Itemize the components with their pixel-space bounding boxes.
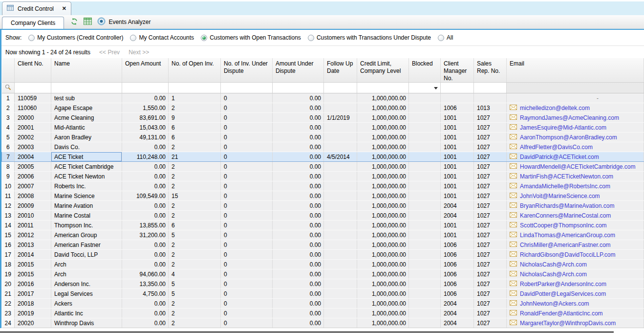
cell-follow-up[interactable]	[324, 103, 357, 113]
cell-client-no[interactable]: 20020	[15, 318, 51, 328]
email-link[interactable]: RaymondJames@AcmeCleaning.com	[510, 114, 619, 121]
table-row[interactable]: 720004ACE Ticket110,248.002100.004/5/201…	[2, 152, 644, 162]
cell-client-mgr[interactable]: 2004	[441, 318, 474, 328]
cell-credit-limit[interactable]: 1,000,000.00	[357, 142, 409, 152]
cell-amt-dispute[interactable]: 0.00	[273, 133, 324, 142]
cell-name[interactable]: Agape Escape	[51, 103, 122, 113]
email-address[interactable]: KarenConners@MarineCostal.com	[520, 212, 611, 219]
cell-open-inv[interactable]: 6	[169, 123, 221, 133]
table-row[interactable]: 2110060Agape Escape1,550.00200.001,000,0…	[2, 103, 644, 113]
cell-inv-dispute[interactable]: 0	[221, 221, 273, 230]
row-number[interactable]: 22	[2, 299, 15, 309]
email-link[interactable]: ChrisMiller@AmericanFastner.com	[510, 242, 611, 248]
column-header[interactable]: No. of Inv. Under Dispute	[221, 58, 273, 83]
column-header[interactable]: Follow Up Date	[324, 58, 357, 83]
row-number[interactable]: 12	[2, 201, 15, 211]
cell-client-no[interactable]: 20001	[15, 123, 51, 133]
cell-client-no[interactable]: 20000	[15, 113, 51, 123]
cell-sales-rep[interactable]: 1027	[474, 221, 507, 230]
column-header[interactable]: Name	[51, 58, 122, 83]
column-header[interactable]: Credit Limit, Company Level	[357, 58, 409, 83]
refresh-button[interactable]	[70, 18, 78, 27]
cell-client-no[interactable]: 20011	[15, 221, 51, 230]
cell-blocked[interactable]	[409, 162, 441, 172]
cell-open-inv[interactable]: 2	[169, 299, 221, 309]
cell-name[interactable]: Mid-Atlantic	[51, 123, 122, 133]
cell-follow-up[interactable]	[324, 260, 357, 269]
email-address[interactable]: RobertParker@AndersonInc.com	[520, 281, 606, 288]
cell-amt-dispute[interactable]: 0.00	[273, 123, 324, 133]
cell-sales-rep[interactable]: 1027	[474, 260, 507, 269]
cell-client-mgr[interactable]: 1001	[441, 221, 474, 230]
filter-inv-under-dispute[interactable]	[221, 83, 273, 93]
cell-amt-dispute[interactable]: 0.00	[273, 260, 324, 269]
cell-inv-dispute[interactable]: 0	[221, 181, 273, 191]
cell-email[interactable]: ScottCooper@ThompsonInc.com	[507, 221, 644, 230]
cell-follow-up[interactable]	[324, 133, 357, 142]
cell-sales-rep[interactable]: 1027	[474, 318, 507, 328]
table-row[interactable]: 1320010Marine Costal0.00200.001,000,000.…	[2, 211, 644, 221]
cell-blocked[interactable]	[409, 133, 441, 142]
cell-client-no[interactable]: 20008	[15, 191, 51, 201]
cell-amt-dispute[interactable]: 0.00	[273, 191, 324, 201]
email-link[interactable]: BryanRichards@MarineAvation.com	[510, 202, 614, 209]
cell-amt-dispute[interactable]: 0.00	[273, 279, 324, 289]
table-row[interactable]: 1720014David Tocci, LLP0.00200.001,000,0…	[2, 250, 644, 260]
cell-sales-rep[interactable]: 1027	[474, 162, 507, 172]
cell-name[interactable]: test sub	[51, 93, 122, 103]
email-link[interactable]: MargaretTaylor@WinthropDavis.com	[510, 320, 616, 327]
cell-inv-dispute[interactable]: 0	[221, 123, 273, 133]
email-link[interactable]: AlfredFletter@DavisCo.com	[510, 144, 593, 151]
email-address[interactable]: DavidPotter@LegalServices.com	[520, 290, 606, 297]
email-address[interactable]: MartinFish@ACETicketNewton.com	[520, 173, 613, 180]
cell-blocked[interactable]	[409, 142, 441, 152]
cell-open-inv[interactable]: 2	[169, 103, 221, 113]
cell-client-no[interactable]: 110060	[15, 103, 51, 113]
email-address[interactable]: LindaThomas@AmericanGroup.com	[520, 232, 615, 239]
cell-client-mgr[interactable]: 1001	[441, 162, 474, 172]
email-link[interactable]: LindaThomas@AmericanGroup.com	[510, 232, 615, 239]
next-button[interactable]: Next >>	[129, 49, 149, 56]
cell-follow-up[interactable]	[324, 93, 357, 103]
row-number[interactable]: 10	[2, 181, 15, 191]
column-header[interactable]: Blocked	[409, 58, 441, 83]
cell-client-mgr[interactable]: 1006	[441, 279, 474, 289]
cell-name[interactable]: Roberts Inc.	[51, 181, 122, 191]
cell-follow-up[interactable]	[324, 279, 357, 289]
cell-inv-dispute[interactable]: 0	[221, 133, 273, 142]
cell-credit-limit[interactable]: 1,000,000.00	[357, 191, 409, 201]
cell-name[interactable]: Atlantic Inc	[51, 309, 122, 318]
cell-email[interactable]: ChrisMiller@AmericanFastner.com	[507, 240, 644, 250]
cell-sales-rep[interactable]: 1027	[474, 133, 507, 142]
cell-credit-limit[interactable]: 1,000,000.00	[357, 103, 409, 113]
cell-name[interactable]: Thompson Inc.	[51, 221, 122, 230]
cell-open-inv[interactable]: 2	[169, 250, 221, 260]
cell-follow-up[interactable]	[324, 299, 357, 309]
cell-client-no[interactable]: 20010	[15, 211, 51, 221]
email-link[interactable]: AmandaMichelle@RobertsInc.com	[510, 183, 610, 190]
row-number[interactable]: 7	[2, 152, 15, 162]
cell-client-no[interactable]: 110059	[15, 93, 51, 103]
row-number[interactable]: 18	[2, 260, 15, 269]
cell-blocked[interactable]	[409, 289, 441, 299]
cell-credit-limit[interactable]: 1,000,000.00	[357, 221, 409, 230]
table-row[interactable]: 820005ACE Ticket Cambridge0.00200.001,00…	[2, 162, 644, 172]
column-header[interactable]: Sales Rep. No.	[474, 58, 507, 83]
table-row[interactable]: 1420011Thompson Inc.13,855.00600.001,000…	[2, 221, 644, 230]
cell-open-amount[interactable]: 49,131.00	[122, 133, 169, 142]
cell-name[interactable]: Aaron Bradley	[51, 133, 122, 142]
cell-follow-up[interactable]	[324, 269, 357, 279]
cell-blocked[interactable]	[409, 181, 441, 191]
cell-name[interactable]: Acme Cleaning	[51, 113, 122, 123]
cell-open-amount[interactable]: 94,060.00	[122, 269, 169, 279]
tab-company-clients[interactable]: Company Clients	[2, 17, 64, 29]
cell-follow-up[interactable]	[324, 123, 357, 133]
cell-credit-limit[interactable]: 1,000,000.00	[357, 162, 409, 172]
cell-client-no[interactable]: 20016	[15, 279, 51, 289]
cell-sales-rep[interactable]: 1013	[474, 103, 507, 113]
cell-inv-dispute[interactable]: 0	[221, 172, 273, 181]
cell-open-amount[interactable]: 83,691.00	[122, 113, 169, 123]
table-view-button[interactable]	[84, 18, 92, 26]
email-link[interactable]: DavidPotter@LegalServices.com	[510, 290, 606, 297]
cell-email[interactable]: JohnNewton@Ackers.com	[507, 299, 644, 309]
